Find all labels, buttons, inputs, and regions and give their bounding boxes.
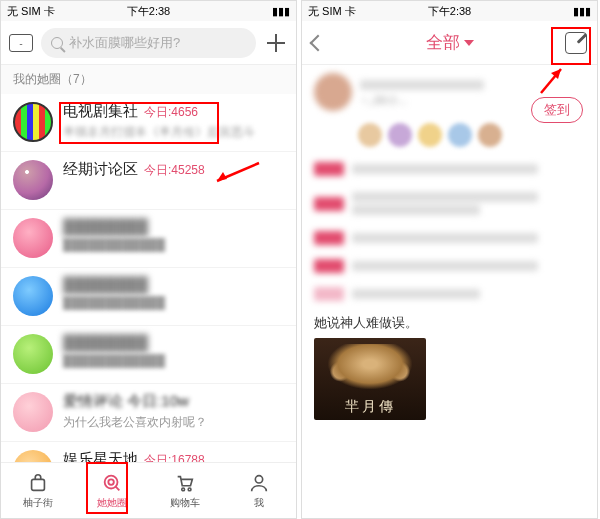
feed-item[interactable]: ♀,,00小... <box>314 73 585 111</box>
avatar <box>13 450 53 462</box>
section-header: 我的她圈（7） <box>1 65 296 94</box>
avatar <box>13 218 53 258</box>
post-caption: 她说神人难做误。 <box>314 314 585 332</box>
status-time: 下午2:38 <box>127 4 170 19</box>
svg-point-1 <box>104 475 117 488</box>
tab-cart[interactable]: 购物车 <box>149 463 223 518</box>
status-right: ▮▮▮ <box>272 5 290 18</box>
header: 补水面膜哪些好用? <box>1 21 296 65</box>
post-image[interactable]: 羋月傳 <box>314 338 426 420</box>
circle-list[interactable]: 电视剧集社 今日:4656 芈琪非月打擂丰《芈月传》后宫恶斗 经期讨论区 今日:… <box>1 94 296 462</box>
back-icon[interactable] <box>310 34 327 51</box>
row-title: 电视剧集社 <box>63 102 138 121</box>
search-input[interactable]: 补水面膜哪些好用? <box>41 28 256 58</box>
feed-item[interactable] <box>314 161 585 177</box>
inbox-icon[interactable] <box>9 34 33 52</box>
bag-icon <box>27 472 49 494</box>
status-bar: 无 SIM 卡 下午2:38 ▮▮▮ <box>302 1 597 21</box>
svg-rect-0 <box>31 479 44 490</box>
avatar <box>13 334 53 374</box>
avatar <box>13 392 53 432</box>
list-item[interactable]: 娱乐星天地 今日:16788 <box>1 442 296 462</box>
tab-youzijie[interactable]: 柚子街 <box>1 463 75 518</box>
svg-point-2 <box>108 479 114 485</box>
list-item[interactable]: ████████████████████ <box>1 326 296 384</box>
phone-left: 无 SIM 卡 下午2:38 ▮▮▮ 补水面膜哪些好用? 我的她圈（7） 电视剧… <box>0 0 297 519</box>
svg-point-5 <box>255 475 262 482</box>
list-item[interactable]: 爱情评论 今日:10w 为什么我老公喜欢内射呢？ <box>1 384 296 442</box>
row-title: 经期讨论区 <box>63 160 138 179</box>
list-item[interactable]: ████████████████████ <box>1 268 296 326</box>
avatar <box>314 73 352 111</box>
feed-item[interactable] <box>314 286 585 302</box>
feed-item[interactable] <box>314 230 585 246</box>
list-item[interactable]: ████████████████████ <box>1 210 296 268</box>
tab-tataquan[interactable]: 她她圈 <box>75 463 149 518</box>
cart-icon <box>174 472 196 494</box>
search-placeholder: 补水面膜哪些好用? <box>69 34 180 52</box>
header: 全部 <box>302 21 597 65</box>
tab-me[interactable]: 我 <box>222 463 296 518</box>
avatar <box>13 160 53 200</box>
carrier-text: 无 SIM 卡 <box>7 4 55 19</box>
phone-right: 无 SIM 卡 下午2:38 ▮▮▮ 全部 签到 ♀,,00小... 她说神人难… <box>301 0 598 519</box>
svg-point-3 <box>182 488 185 491</box>
add-icon[interactable] <box>264 31 288 55</box>
chevron-down-icon <box>464 40 474 46</box>
poster-title: 羋月傳 <box>314 398 426 416</box>
avatar <box>13 102 53 142</box>
compose-icon[interactable] <box>565 32 587 54</box>
row-subtitle: 芈琪非月打擂丰《芈月传》后宫恶斗 <box>63 124 284 141</box>
avatar <box>13 276 53 316</box>
search-icon <box>51 37 63 49</box>
status-bar: 无 SIM 卡 下午2:38 ▮▮▮ <box>1 1 296 21</box>
header-title-dropdown[interactable]: 全部 <box>426 31 474 54</box>
list-item[interactable]: 电视剧集社 今日:4656 芈琪非月打擂丰《芈月传》后宫恶斗 <box>1 94 296 152</box>
feed-item[interactable] <box>314 258 585 274</box>
feed[interactable]: ♀,,00小... 她说神人难做误。 羋月傳 <box>302 65 597 518</box>
list-item[interactable]: 经期讨论区 今日:45258 <box>1 152 296 210</box>
user-icon <box>248 472 270 494</box>
tab-bar: 柚子街 她她圈 购物车 我 <box>1 462 296 518</box>
svg-point-4 <box>189 488 192 491</box>
swirl-icon <box>101 472 123 494</box>
avatar-strip <box>358 123 585 147</box>
feed-item[interactable] <box>314 189 585 218</box>
